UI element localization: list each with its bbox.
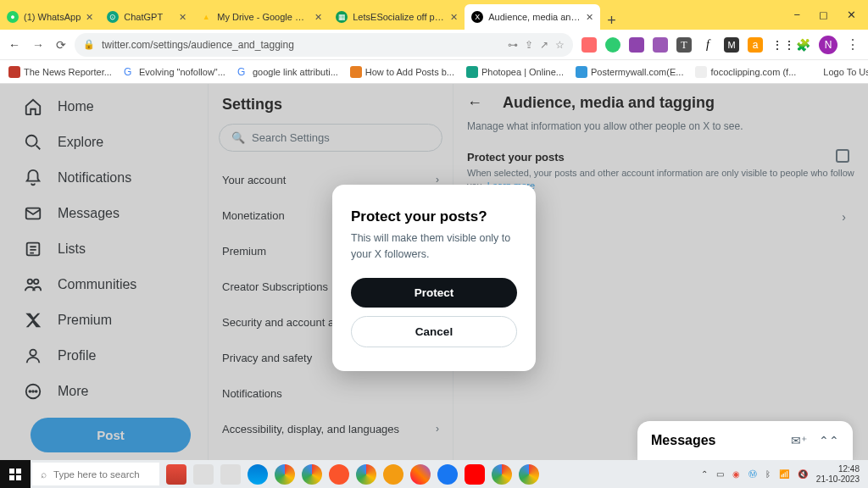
edge-icon[interactable] [248, 464, 268, 485]
bookmark-label: fococlipping.com (f... [710, 67, 796, 77]
start-button[interactable] [0, 460, 31, 488]
ext-icon[interactable]: ⋮⋮ [771, 37, 787, 53]
google-icon: G [124, 66, 136, 78]
ext-icon[interactable]: T [676, 37, 692, 53]
bookmark-item[interactable]: fococlipping.com (f... [695, 66, 796, 78]
wifi-icon[interactable]: 📶 [779, 469, 789, 479]
back-button[interactable]: ← [8, 38, 20, 52]
chrome-icon[interactable] [492, 464, 512, 485]
tray-icon[interactable]: ⌃ [701, 469, 708, 479]
youtube-icon[interactable] [465, 464, 485, 485]
bookmarks-bar: The News Reporter... GEvolving "nofollow… [0, 60, 868, 84]
nav-buttons: ← → ⟳ [8, 38, 66, 52]
bookmark-label: Logo To Use - Free... [823, 67, 868, 77]
chatgpt-icon: ⊙ [107, 11, 119, 23]
compose-message-icon[interactable]: ✉⁺ [791, 434, 807, 447]
tab-chatgpt[interactable]: ⊙ ChatGPT ✕ [100, 4, 193, 30]
chrome-icon[interactable] [356, 464, 376, 485]
bookmark-item[interactable]: The News Reporter... [8, 66, 112, 78]
bookmark-icon [466, 66, 478, 78]
sheets-icon: ▦ [336, 11, 348, 23]
expand-icon[interactable]: ⌃⌃ [819, 434, 839, 447]
close-icon[interactable]: ✕ [179, 12, 186, 23]
forward-button[interactable]: → [32, 38, 44, 52]
tab-sheets[interactable]: ▦ LetsESocialize off page det ✕ [329, 4, 465, 30]
tray-icon[interactable]: ◉ [732, 469, 740, 479]
drive-icon: ▲ [200, 11, 212, 23]
bookmark-item[interactable]: Photopea | Online... [466, 66, 564, 78]
tray-icon[interactable]: Ⓜ [748, 469, 757, 480]
tab-label: My Drive - Google Drive [217, 12, 309, 22]
extensions-icon[interactable]: 🧩 [795, 37, 810, 53]
bookmark-item[interactable]: Ggoogle link attributi... [237, 66, 338, 78]
bookmark-item[interactable]: How to Add Posts b... [350, 66, 454, 78]
lock-icon: 🔒 [83, 39, 95, 50]
chrome-icon[interactable] [302, 464, 322, 485]
bookmark-item[interactable]: Logo To Use - Free... [808, 66, 868, 78]
share-icon[interactable]: ↗ [540, 39, 548, 51]
close-icon[interactable]: ✕ [586, 12, 593, 23]
menu-button[interactable]: ⋮ [846, 36, 860, 53]
svg-rect-12 [9, 475, 14, 480]
close-icon[interactable]: ✕ [86, 12, 93, 23]
brave-icon[interactable] [329, 464, 349, 485]
ext-icon[interactable]: a [748, 37, 763, 53]
tab-label: LetsESocialize off page det [353, 12, 445, 22]
whatsapp-icon: ● [7, 11, 19, 23]
bookmark-icon [808, 66, 820, 78]
bookmark-item[interactable]: GEvolving "nofollow"... [124, 66, 225, 78]
reload-button[interactable]: ⟳ [56, 38, 66, 52]
tab-twitter[interactable]: X Audience, media and taggin ✕ [465, 4, 600, 30]
ext-icon[interactable] [605, 37, 620, 53]
taskbar-search[interactable]: ⌕Type here to search [32, 463, 159, 485]
tab-label: Audience, media and taggin [488, 12, 581, 22]
bookmark-item[interactable]: Postermywall.com(E... [576, 66, 683, 78]
bookmark-label: How to Add Posts b... [365, 67, 454, 77]
maximize-button[interactable]: ◻ [819, 8, 828, 21]
svg-rect-13 [16, 475, 21, 480]
ext-icon[interactable]: M [724, 37, 739, 53]
tab-label: ChatGPT [124, 12, 174, 22]
protect-posts-modal: Protect your posts? This will make them … [332, 185, 536, 371]
bluetooth-icon[interactable]: ᛒ [765, 469, 771, 479]
date-label: 21-10-2023 [816, 474, 860, 485]
bookmark-label: Photopea | Online... [481, 67, 564, 77]
app-icon[interactable] [166, 464, 186, 485]
close-icon[interactable]: ✕ [314, 12, 322, 23]
profile-avatar[interactable]: N [819, 36, 837, 54]
ext-icon[interactable] [581, 37, 597, 53]
clock[interactable]: 12:48 21-10-2023 [816, 464, 860, 484]
url-box[interactable]: 🔒 twitter.com/settings/audience_and_tagg… [75, 33, 573, 57]
install-icon[interactable]: ⇪ [525, 39, 533, 51]
chrome-icon[interactable] [519, 464, 539, 485]
app-icon[interactable] [193, 464, 214, 485]
bookmark-label: Postermywall.com(E... [591, 67, 683, 77]
x-icon: X [471, 11, 483, 23]
ext-icon[interactable] [653, 37, 668, 53]
google-icon: G [237, 66, 249, 78]
firefox-icon[interactable] [410, 464, 431, 485]
app-icon[interactable] [383, 464, 403, 485]
bookmark-icon [8, 66, 20, 78]
facebook-icon[interactable] [437, 464, 458, 485]
tab-drive[interactable]: ▲ My Drive - Google Drive ✕ [193, 4, 329, 30]
ext-icon[interactable]: f [700, 37, 715, 53]
search-icon: ⌕ [41, 469, 47, 480]
bookmark-icon[interactable]: ☆ [555, 39, 565, 51]
taskbar-apps [166, 464, 539, 485]
key-icon[interactable]: ⊶ [508, 39, 518, 51]
tab-whatsapp[interactable]: ● (1) WhatsApp ✕ [0, 4, 100, 30]
volume-icon[interactable]: 🔇 [798, 469, 808, 479]
tray-icon[interactable]: ▭ [716, 469, 724, 479]
close-window-button[interactable]: ✕ [847, 8, 856, 21]
protect-button[interactable]: Protect [351, 278, 517, 308]
minimize-button[interactable]: − [793, 8, 800, 21]
chrome-icon[interactable] [275, 464, 295, 485]
bookmark-label: google link attributi... [253, 67, 338, 77]
messages-drawer[interactable]: Messages ✉⁺ ⌃⌃ [637, 421, 853, 460]
new-tab-button[interactable]: + [600, 12, 623, 30]
ext-icon[interactable] [629, 37, 644, 53]
close-icon[interactable]: ✕ [450, 12, 458, 23]
cancel-button[interactable]: Cancel [351, 316, 517, 347]
app-icon[interactable] [220, 464, 241, 485]
